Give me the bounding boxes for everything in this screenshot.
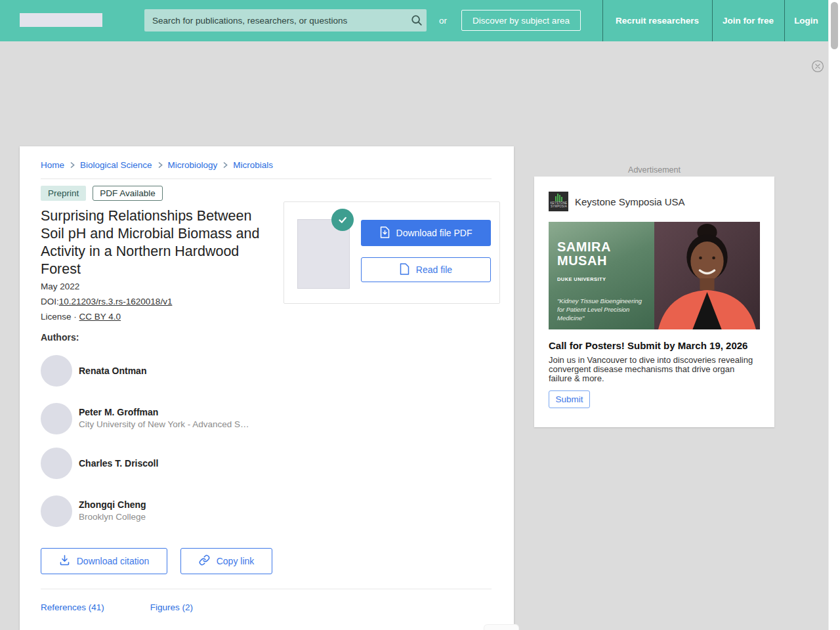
logo-text: KEYSTONESYMPOSIA [550, 202, 567, 208]
license-separator: · [74, 312, 77, 322]
divider [41, 178, 492, 179]
avatar[interactable] [41, 403, 72, 434]
breadcrumb-microbials[interactable]: Microbials [233, 160, 273, 170]
scrollbar-thumb[interactable] [831, 2, 838, 49]
ad-photo [654, 222, 760, 329]
ad-headline: Call for Posters! Submit by March 19, 20… [549, 340, 747, 351]
article-links: References (41) Figures (2) [41, 602, 193, 612]
breadcrumb: Home Biological Science Microbiology Mic… [41, 160, 273, 170]
author-row: Zhongqi Cheng Brooklyn College [41, 495, 277, 527]
pdf-available-badge: PDF Available [93, 186, 163, 201]
download-file-pdf-button[interactable]: Download file PDF [361, 220, 491, 246]
author-row: Renata Ontman [41, 355, 277, 387]
author-name[interactable]: Zhongqi Cheng [79, 499, 146, 510]
author-name[interactable]: Charles T. Driscoll [79, 458, 158, 469]
top-navbar: or Discover by subject area Recruit rese… [0, 0, 828, 41]
author-affiliation: City University of New York - Advanced S… [79, 419, 249, 429]
hidden-card-stub [484, 624, 519, 630]
ad-creative-image[interactable]: SAMIRAMUSAH DUKE UNIVERSITY "Kidney Tiss… [549, 222, 760, 329]
logo-bars-icon [555, 194, 562, 201]
page-title: Surprising Relationships Between Soil pH… [41, 207, 270, 278]
author-row: Peter M. Groffman City University of New… [41, 403, 277, 434]
advertisement-label: Advertisement [534, 165, 774, 175]
discover-by-subject-button[interactable]: Discover by subject area [461, 10, 581, 31]
chevron-right-icon [157, 161, 163, 169]
nav-login[interactable]: Login [784, 0, 828, 41]
page: or Discover by subject area Recruit rese… [0, 0, 840, 630]
ad-speaker-org: DUKE UNIVERSITY [557, 276, 606, 282]
file-download-icon [380, 226, 390, 240]
license-label: License [41, 312, 72, 322]
nav-recruit-researchers[interactable]: Recruit researchers [602, 0, 712, 41]
file-icon [400, 263, 410, 277]
copy-link-button[interactable]: Copy link [180, 548, 272, 574]
ad-speaker-name: SAMIRAMUSAH [557, 240, 611, 268]
ad-sponsor-name[interactable]: Keystone Symposia USA [575, 196, 685, 207]
preprint-badge: Preprint [41, 186, 86, 201]
publication-card: Home Biological Science Microbiology Mic… [20, 146, 514, 630]
keystone-symposia-logo[interactable]: KEYSTONESYMPOSIA [549, 192, 568, 211]
figures-link[interactable]: Figures (2) [150, 602, 193, 612]
publication-date: May 2022 [41, 282, 79, 291]
ad-creative-left: SAMIRAMUSAH DUKE UNIVERSITY "Kidney Tiss… [549, 222, 654, 329]
or-label: or [439, 16, 447, 26]
breadcrumb-home[interactable]: Home [41, 160, 64, 170]
download-citation-button[interactable]: Download citation [41, 548, 167, 574]
breadcrumb-microbiology[interactable]: Microbiology [168, 160, 218, 170]
ad-speaker-quote: "Kidney Tissue Bioengineeringfor Patient… [557, 297, 654, 322]
doi-label: DOI: [41, 297, 59, 306]
license-link[interactable]: CC BY 4.0 [79, 312, 121, 322]
download-icon [59, 555, 70, 568]
read-file-button[interactable]: Read file [361, 257, 491, 282]
search-input[interactable] [144, 9, 407, 32]
check-icon [331, 209, 354, 231]
author-row: Charles T. Driscoll [41, 448, 277, 479]
download-panel: Download file PDF Read file [284, 201, 500, 304]
link-icon [199, 555, 210, 568]
references-link[interactable]: References (41) [41, 602, 104, 612]
ad-body-text: Join us in Vancouver to dive into discov… [549, 356, 757, 383]
site-logo-placeholder[interactable] [20, 13, 102, 27]
tag-row: Preprint PDF Available [41, 186, 163, 201]
author-name[interactable]: Renata Ontman [79, 366, 146, 376]
search-bar [144, 9, 427, 32]
breadcrumb-biological-science[interactable]: Biological Science [80, 160, 152, 170]
advertisement-card: KEYSTONESYMPOSIA Keystone Symposia USA S… [534, 177, 774, 427]
authors-label: Authors: [41, 332, 79, 343]
avatar[interactable] [41, 495, 72, 527]
doi-line: DOI:10.21203/rs.3.rs-1620018/v1 [41, 297, 172, 306]
author-affiliation: Brooklyn College [79, 512, 146, 522]
avatar[interactable] [41, 355, 72, 387]
doi-link[interactable]: 10.21203/rs.3.rs-1620018/v1 [59, 297, 173, 306]
scrollbar-track[interactable] [828, 0, 840, 630]
chevron-right-icon [222, 161, 228, 169]
ad-submit-button[interactable]: Submit [549, 390, 590, 408]
close-icon[interactable] [811, 60, 824, 73]
author-name[interactable]: Peter M. Groffman [79, 407, 158, 417]
chevron-right-icon [69, 161, 75, 169]
license-line: License · CC BY 4.0 [41, 312, 121, 322]
search-icon[interactable] [407, 14, 427, 26]
avatar[interactable] [41, 448, 72, 479]
divider [41, 589, 492, 589]
nav-join-for-free[interactable]: Join for free [712, 0, 784, 41]
